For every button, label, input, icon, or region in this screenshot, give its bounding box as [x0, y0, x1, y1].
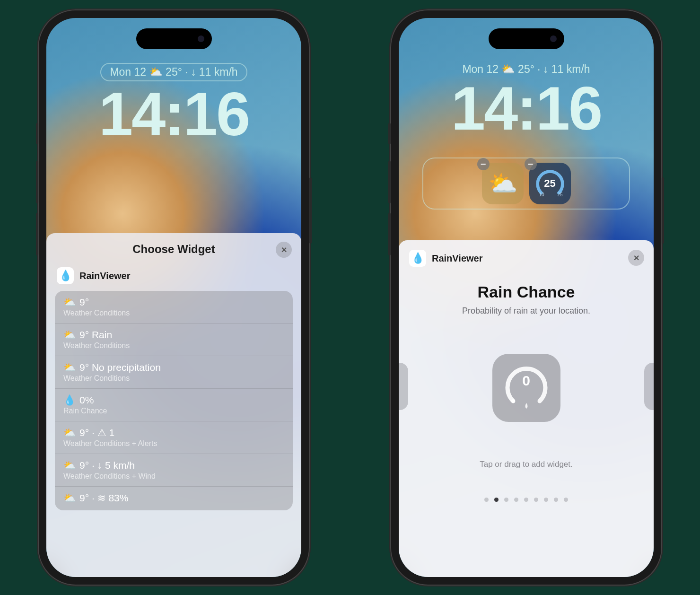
partly-cloudy-icon: ⛅ [63, 297, 76, 308]
list-item[interactable]: 💧0% Rain Chance [55, 389, 293, 421]
widget-detail-sheet: ✕ 💧 RainViewer Rain Chance Probability o… [399, 240, 654, 577]
list-item[interactable]: ⛅9° Weather Conditions [55, 291, 293, 324]
app-name: RainViewer [79, 271, 130, 281]
phone-left: Mon 12 ⛅ 25° · ↓ 11 km/h 14:16 Choose Wi… [38, 9, 310, 586]
sheet-title: Choose Widget [132, 243, 215, 256]
page-dot[interactable] [484, 498, 489, 502]
dynamic-island [489, 28, 564, 49]
page-dot[interactable] [534, 498, 538, 502]
widget-list[interactable]: ⛅9° Weather Conditions ⛅9° Rain Weather … [55, 291, 293, 510]
list-item[interactable]: ⛅9° · ⚠ 1 Weather Conditions + Alerts [55, 421, 293, 454]
next-widget-peek[interactable] [644, 363, 654, 410]
partly-cloudy-icon: ⛅ [63, 427, 76, 438]
temperature-gauge-icon: 25 10 25 [534, 168, 566, 199]
partly-cloudy-icon: ⛅ [63, 362, 76, 373]
hint-text: Tap or drag to add widget. [413, 460, 639, 469]
date-text: Mon 12 [110, 66, 146, 79]
prev-widget-peek[interactable] [399, 363, 408, 410]
weather-widget-2[interactable]: − 25 10 25 [529, 163, 571, 204]
drop-icon: 💧 [63, 394, 76, 406]
phone-right: Mon 12 ⛅ 25° · ↓ 11 km/h 14:16 − ⛅ − 25 … [390, 9, 662, 586]
date-weather-widget[interactable]: Mon 12 ⛅ 25° · ↓ 11 km/h [100, 63, 247, 81]
close-icon: ✕ [633, 254, 639, 262]
app-header-row: 💧 RainViewer [46, 263, 301, 291]
lock-widget-row[interactable]: − ⛅ − 25 10 25 [422, 158, 630, 210]
close-button[interactable]: ✕ [628, 250, 644, 266]
remove-widget-button[interactable]: − [525, 158, 537, 170]
minus-icon: − [481, 159, 486, 169]
close-button[interactable]: ✕ [276, 242, 292, 258]
page-dot[interactable] [504, 498, 508, 502]
partly-cloudy-icon: ⛅ [63, 460, 76, 471]
close-icon: ✕ [281, 245, 287, 254]
weather-widget-1[interactable]: − ⛅ [482, 163, 524, 204]
page-dot[interactable] [544, 498, 548, 502]
remove-widget-button[interactable]: − [477, 158, 490, 170]
list-item[interactable]: ⛅9° · ≋ 83% [55, 487, 293, 510]
partly-cloudy-icon: ⛅ [63, 492, 76, 504]
page-dot[interactable] [564, 498, 568, 502]
partly-cloudy-icon: ⛅ [63, 329, 76, 341]
page-indicator[interactable] [413, 498, 639, 502]
widget-preview[interactable]: 0 [492, 354, 560, 422]
wind-text: 11 km/h [199, 66, 238, 79]
svg-point-0 [511, 399, 515, 403]
list-item[interactable]: ⛅9° Rain Weather Conditions [55, 324, 293, 356]
preview-value: 0 [492, 373, 560, 389]
choose-widget-sheet: Choose Widget ✕ 💧 RainViewer ⛅9° Weather… [46, 233, 301, 577]
partly-cloudy-icon: ⛅ [488, 170, 517, 197]
weather-icon: ⛅ [149, 66, 163, 79]
clock-time: 14:16 [46, 83, 301, 145]
wind-down-icon: ↓ [191, 66, 196, 79]
minus-icon: − [528, 159, 534, 169]
list-item[interactable]: ⛅9° No precipitation Weather Conditions [55, 356, 293, 389]
list-item[interactable]: ⛅9° · ↓ 5 km/h Weather Conditions + Wind [55, 454, 293, 487]
page-dot[interactable] [514, 498, 518, 502]
temp-text: 25° [166, 66, 182, 79]
widget-subtitle: Probability of rain at your location. [413, 306, 639, 316]
dynamic-island [136, 28, 212, 49]
rainviewer-app-icon: 💧 [409, 250, 426, 267]
app-name: RainViewer [432, 253, 482, 264]
widget-title: Rain Chance [413, 283, 639, 301]
page-dot[interactable] [494, 498, 499, 502]
clock-time: 14:16 [399, 78, 654, 139]
page-dot[interactable] [554, 498, 558, 502]
rainviewer-app-icon: 💧 [57, 267, 74, 284]
page-dot[interactable] [524, 498, 528, 502]
